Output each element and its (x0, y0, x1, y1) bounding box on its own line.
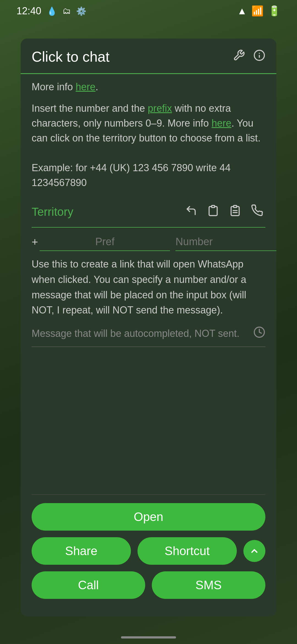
message-area: Message that will be autocompleted, NOT … (32, 326, 265, 347)
territory-row: Territory (32, 197, 265, 228)
header-icons (233, 49, 265, 64)
here-link-1[interactable]: here (76, 81, 95, 92)
territory-label[interactable]: Territory (32, 205, 177, 219)
status-right: ▲ 📶 🔋 (237, 5, 280, 17)
more-info-text: More info here. (32, 80, 265, 94)
prefix-link[interactable]: prefix (148, 103, 172, 114)
phone-icon[interactable] (249, 202, 265, 222)
settings-icon: ⚙️ (76, 6, 86, 16)
history-icon[interactable] (253, 326, 265, 341)
sms-button[interactable]: SMS (152, 571, 265, 599)
info-icon[interactable] (253, 49, 265, 64)
modal-title: Click to chat (32, 48, 109, 65)
call-sms-row: Call SMS (32, 571, 265, 599)
status-left: 12:40 💧 🗂 ⚙️ (16, 5, 86, 17)
signal-icon: 📶 (251, 5, 264, 17)
modal-card: Click to chat More info here. (21, 39, 276, 616)
svg-rect-4 (234, 206, 237, 208)
expand-button[interactable] (243, 540, 265, 562)
share-shortcut-row: Share Shortcut (32, 537, 265, 565)
shortcut-button[interactable]: Shortcut (138, 537, 237, 565)
message-placeholder[interactable]: Message that will be autocompleted, NOT … (32, 326, 265, 341)
share-button[interactable]: Share (32, 537, 131, 565)
sim-icon: 🗂 (62, 6, 71, 16)
modal-content: More info here. Insert the number and th… (21, 80, 276, 486)
svg-rect-3 (212, 206, 215, 208)
clipboard-icon[interactable] (205, 202, 221, 222)
open-button[interactable]: Open (32, 503, 265, 531)
description-text: Insert the number and the prefix with no… (32, 101, 265, 190)
droplet-icon: 💧 (47, 6, 57, 16)
pref-wrapper: + (32, 236, 170, 251)
time: 12:40 (16, 5, 41, 17)
status-bar: 12:40 💧 🗂 ⚙️ ▲ 📶 🔋 (0, 0, 297, 22)
whatsapp-desc: Use this to create a link that will open… (32, 256, 265, 318)
buttons-separator (32, 494, 265, 495)
message-underline (32, 346, 265, 347)
number-input[interactable] (175, 236, 276, 251)
pref-input[interactable] (40, 236, 170, 251)
paste-list-icon[interactable] (227, 202, 243, 222)
here-link-2[interactable]: here (211, 118, 231, 129)
call-button[interactable]: Call (32, 571, 145, 599)
battery-icon: 🔋 (268, 5, 280, 17)
modal-header: Click to chat (21, 39, 276, 70)
phone-input-row: + (32, 236, 265, 251)
wifi-icon: ▲ (237, 5, 247, 17)
header-separator (21, 73, 276, 74)
wrench-icon[interactable] (233, 49, 245, 64)
modal-buttons: Open Share Shortcut Call SMS (21, 486, 276, 616)
home-indicator (121, 636, 176, 638)
undo-icon[interactable] (183, 202, 199, 222)
plus-sign: + (32, 236, 38, 251)
